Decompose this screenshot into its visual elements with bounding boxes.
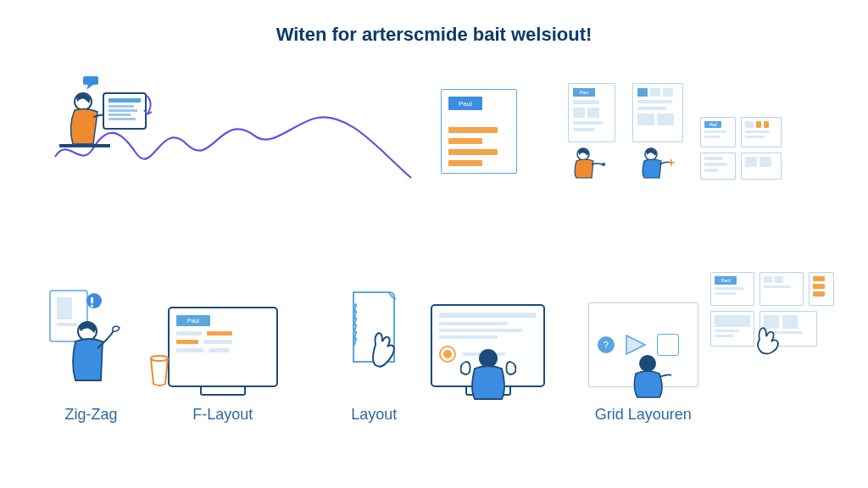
- zigzag-label: Zig-Zag: [64, 406, 117, 424]
- grid-tile-cluster: Had: [700, 117, 782, 180]
- mini-wireframe-2: [632, 83, 683, 142]
- small-person-1-icon: [568, 144, 615, 180]
- wireframe-card: Paul: [441, 89, 517, 174]
- svg-point-19: [151, 356, 168, 361]
- top-illustration-row: Paul Pam: [51, 76, 834, 186]
- page-title: Witen for arterscmide bait welsiout!: [0, 24, 868, 46]
- mini-wireframe-1: Pam: [568, 83, 615, 142]
- svg-point-17: [91, 305, 93, 308]
- svg-rect-4: [108, 98, 141, 103]
- zigzag-section: Zig-Zag: [47, 277, 136, 424]
- grid-preview-cluster: Pam: [568, 83, 782, 180]
- svg-rect-16: [91, 297, 93, 303]
- page-hand-icon: [340, 286, 408, 387]
- bottom-layout-row: Zig-Zag Paul: [47, 271, 834, 424]
- svg-rect-0: [83, 76, 98, 85]
- grid-diagram-section: ? Grid Layouren: [581, 277, 706, 424]
- svg-point-20: [479, 349, 498, 368]
- flayout-section: Paul: [144, 277, 302, 424]
- cup-icon: [147, 353, 171, 387]
- mini-badge: Pam: [573, 88, 595, 97]
- grid-label: Grid Layouren: [595, 406, 692, 424]
- svg-rect-5: [108, 105, 134, 108]
- person-back-icon: [454, 343, 522, 402]
- svg-rect-13: [57, 297, 72, 319]
- svg-rect-6: [108, 109, 137, 112]
- zigzag-wave-illustration: [51, 76, 415, 186]
- layout-monitor-section: .: [421, 277, 555, 424]
- monitor-flayout: Paul: [168, 307, 278, 387]
- layout-doc-section: Layout: [327, 277, 421, 424]
- svg-point-15: [86, 293, 102, 308]
- small-person-2-icon: [634, 144, 682, 180]
- hand-touch-icon: [748, 318, 785, 355]
- svg-point-21: [639, 355, 656, 372]
- svg-rect-14: [57, 323, 77, 326]
- flayout-label: F-Layout: [192, 406, 253, 424]
- zigzag-illustration-icon: [47, 286, 136, 387]
- person-at-computer-icon: [51, 76, 153, 161]
- svg-rect-7: [108, 114, 131, 116]
- svg-point-10: [602, 163, 605, 166]
- svg-rect-8: [108, 118, 136, 120]
- layout-doc-label: Layout: [351, 406, 397, 424]
- svg-rect-2: [59, 144, 110, 147]
- wireframe-badge: Paul: [448, 97, 482, 110]
- grid-tiles-section: Red: [710, 269, 834, 424]
- person-grid-icon: [626, 350, 676, 399]
